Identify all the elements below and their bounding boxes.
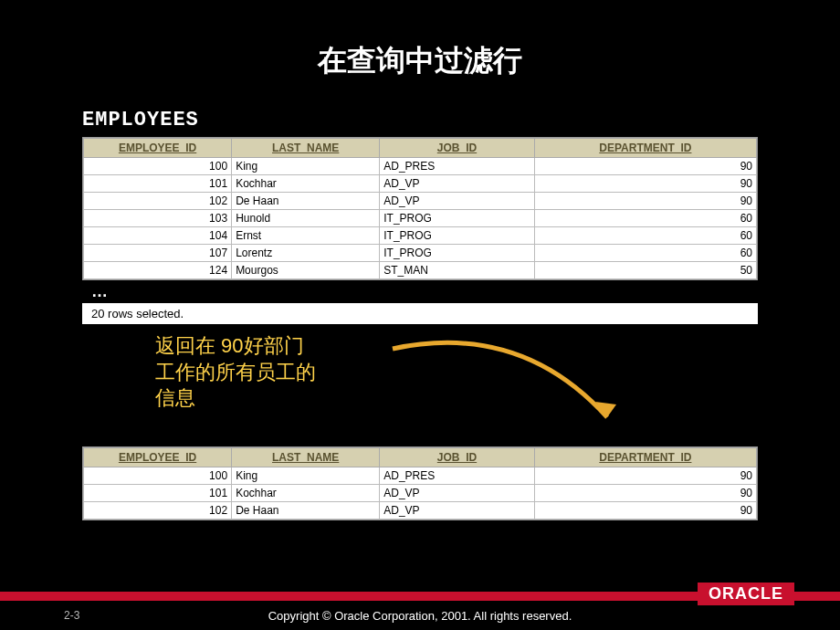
cell-last-name: De Haan: [232, 502, 380, 520]
cell-job-id: AD_VP: [380, 193, 535, 210]
cell-employee-id: 104: [84, 227, 232, 245]
cell-job-id: AD_PRES: [380, 467, 535, 485]
th-employee-id: EMPLOYEE_ID: [84, 139, 232, 158]
cell-department-id: 90: [534, 175, 756, 193]
cell-last-name: Mourgos: [232, 262, 380, 279]
cell-employee-id: 100: [84, 467, 232, 485]
cell-last-name: Kochhar: [232, 175, 380, 193]
cell-last-name: Kochhar: [232, 485, 380, 502]
th-employee-id: EMPLOYEE_ID: [84, 448, 232, 467]
cell-department-id: 60: [534, 227, 756, 245]
table-row: 124MourgosST_MAN50: [84, 262, 757, 279]
table1-label: EMPLOYEES: [82, 109, 840, 131]
ellipsis-indicator: …: [82, 280, 758, 303]
employees-table: EMPLOYEE_ID LAST_NAME JOB_ID DEPARTMENT_…: [83, 138, 757, 279]
cell-department-id: 90: [534, 158, 756, 175]
cell-employee-id: 100: [84, 158, 232, 175]
cell-last-name: King: [232, 158, 380, 175]
cell-job-id: AD_PRES: [380, 158, 535, 175]
cell-employee-id: 101: [84, 485, 232, 502]
th-job-id: JOB_ID: [380, 448, 535, 467]
filtered-employees-table: EMPLOYEE_ID LAST_NAME JOB_ID DEPARTMENT_…: [83, 447, 757, 520]
cell-department-id: 90: [534, 485, 756, 502]
cell-employee-id: 103: [84, 210, 232, 227]
copyright-text: Copyright © Oracle Corporation, 2001. Al…: [0, 609, 840, 623]
cell-last-name: De Haan: [232, 193, 380, 210]
svg-marker-0: [595, 402, 616, 417]
slide-footer: Copyright © Oracle Corporation, 2001. Al…: [0, 592, 840, 630]
table-row: 100KingAD_PRES90: [84, 467, 757, 485]
cell-job-id: AD_VP: [380, 485, 535, 502]
cell-employee-id: 102: [84, 193, 232, 210]
cell-employee-id: 101: [84, 175, 232, 193]
cell-job-id: AD_VP: [380, 175, 535, 193]
th-last-name: LAST_NAME: [232, 448, 380, 467]
table1-body: 100KingAD_PRES90101KochharAD_VP90102De H…: [84, 158, 757, 279]
cell-job-id: AD_VP: [380, 502, 535, 520]
cell-job-id: IT_PROG: [380, 210, 535, 227]
th-department-id: DEPARTMENT_ID: [534, 448, 756, 467]
cell-department-id: 60: [534, 210, 756, 227]
table1-wrap: EMPLOYEE_ID LAST_NAME JOB_ID DEPARTMENT_…: [82, 137, 758, 280]
table-header-row: EMPLOYEE_ID LAST_NAME JOB_ID DEPARTMENT_…: [84, 139, 757, 158]
arrow-icon: [383, 326, 657, 445]
table-header-row: EMPLOYEE_ID LAST_NAME JOB_ID DEPARTMENT_…: [84, 448, 757, 467]
cell-department-id: 50: [534, 262, 756, 279]
table-row: 104ErnstIT_PROG60: [84, 227, 757, 245]
table2-body: 100KingAD_PRES90101KochharAD_VP90102De H…: [84, 467, 757, 520]
filter-note: 返回在 90好部门工作的所有员工的信息: [82, 333, 320, 412]
cell-department-id: 90: [534, 193, 756, 210]
table-row: 100KingAD_PRES90: [84, 158, 757, 175]
cell-job-id: IT_PROG: [380, 245, 535, 262]
table-row: 107LorentzIT_PROG60: [84, 245, 757, 262]
cell-last-name: Lorentz: [232, 245, 380, 262]
table-row: 101KochharAD_VP90: [84, 175, 757, 193]
cell-employee-id: 107: [84, 245, 232, 262]
rows-selected-status: 20 rows selected.: [82, 303, 758, 324]
th-last-name: LAST_NAME: [232, 139, 380, 158]
cell-department-id: 60: [534, 245, 756, 262]
cell-job-id: ST_MAN: [380, 262, 535, 279]
table-row: 102De HaanAD_VP90: [84, 502, 757, 520]
table-row: 101KochharAD_VP90: [84, 485, 757, 502]
cell-last-name: Hunold: [232, 210, 380, 227]
cell-department-id: 90: [534, 467, 756, 485]
cell-job-id: IT_PROG: [380, 227, 535, 245]
th-job-id: JOB_ID: [380, 139, 535, 158]
th-department-id: DEPARTMENT_ID: [534, 139, 756, 158]
slide-title: 在查询中过滤行: [0, 0, 840, 109]
cell-employee-id: 102: [84, 502, 232, 520]
cell-last-name: Ernst: [232, 227, 380, 245]
cell-employee-id: 124: [84, 262, 232, 279]
table-row: 102De HaanAD_VP90: [84, 193, 757, 210]
annotation-row: 返回在 90好部门工作的所有员工的信息: [82, 333, 758, 434]
oracle-logo: ORACLE: [698, 583, 794, 605]
table2-wrap: EMPLOYEE_ID LAST_NAME JOB_ID DEPARTMENT_…: [82, 446, 758, 520]
table-row: 103HunoldIT_PROG60: [84, 210, 757, 227]
cell-last-name: King: [232, 467, 380, 485]
cell-department-id: 90: [534, 502, 756, 520]
